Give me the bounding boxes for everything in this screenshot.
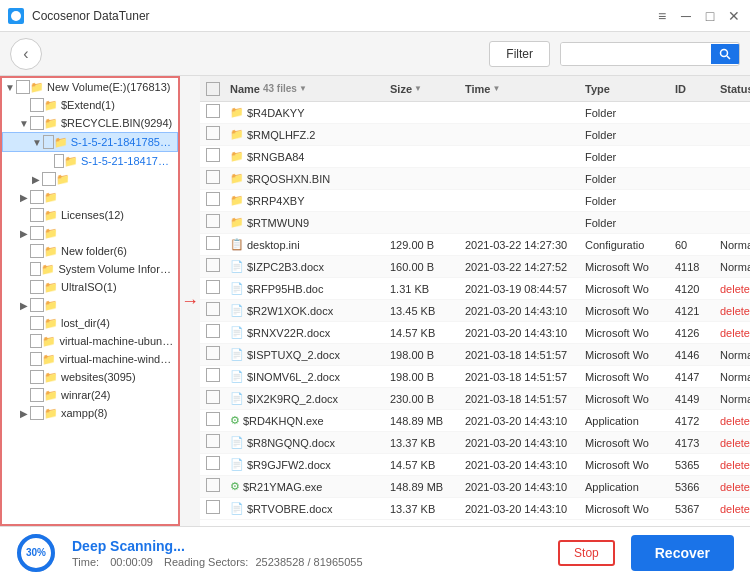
tree-item[interactable]: ▶ 📁: [2, 188, 178, 206]
tree-toggle-icon[interactable]: ▶: [18, 192, 30, 203]
row-checkbox[interactable]: [206, 368, 220, 382]
tree-item[interactable]: ▶ 📁 xampp(8): [2, 404, 178, 422]
tree-item[interactable]: ▼ 📁 $RECYCLE.BIN(9294): [2, 114, 178, 132]
tree-checkbox[interactable]: [30, 370, 44, 384]
file-row[interactable]: 📄 $IX2K9RQ_2.docx 230.00 B 2021-03-18 14…: [200, 388, 750, 410]
header-id[interactable]: ID: [675, 83, 720, 95]
tree-checkbox[interactable]: [30, 262, 41, 276]
tree-checkbox[interactable]: [30, 352, 42, 366]
tree-checkbox[interactable]: [16, 80, 30, 94]
tree-item[interactable]: 📁 virtual-machine-windows(8): [2, 350, 178, 368]
header-name[interactable]: Name 43 files ▼: [230, 83, 390, 95]
file-row[interactable]: 📋 desktop.ini 129.00 B 2021-03-22 14:27:…: [200, 234, 750, 256]
header-type[interactable]: Type: [585, 83, 675, 95]
file-row[interactable]: 📁 $RNGBA84 Folder: [200, 146, 750, 168]
row-checkbox[interactable]: [206, 412, 220, 426]
tree-item[interactable]: ▼ 📁 New Volume(E:)(176813): [2, 78, 178, 96]
file-row[interactable]: ⚙ $RD4KHQN.exe 148.89 MB 2021-03-20 14:4…: [200, 410, 750, 432]
tree-item[interactable]: 📁 UltraISO(1): [2, 278, 178, 296]
tree-toggle-icon[interactable]: ▶: [30, 174, 42, 185]
file-row[interactable]: 📄 $R9GJFW2.docx 14.57 KB 2021-03-20 14:4…: [200, 454, 750, 476]
file-row[interactable]: 📄 $RNXV22R.docx 14.57 KB 2021-03-20 14:4…: [200, 322, 750, 344]
row-checkbox[interactable]: [206, 236, 220, 250]
header-status[interactable]: Status: [720, 83, 750, 95]
tree-checkbox[interactable]: [30, 98, 44, 112]
tree-checkbox[interactable]: [30, 244, 44, 258]
row-checkbox[interactable]: [206, 500, 220, 514]
tree-checkbox[interactable]: [30, 116, 44, 130]
header-checkbox[interactable]: [206, 82, 220, 96]
row-checkbox[interactable]: [206, 258, 220, 272]
file-row[interactable]: 📄 $IZPC2B3.docx 160.00 B 2021-03-22 14:2…: [200, 256, 750, 278]
file-row[interactable]: 📁 $RTMWUN9 Folder: [200, 212, 750, 234]
header-size[interactable]: Size ▼: [390, 83, 465, 95]
file-row[interactable]: 📄 $R2W1XOK.docx 13.45 KB 2021-03-20 14:4…: [200, 300, 750, 322]
tree-item[interactable]: ▼ 📁 S-1-5-21-1841785323-67275: [2, 132, 178, 152]
tree-checkbox[interactable]: [43, 135, 54, 149]
tree-checkbox[interactable]: [30, 316, 44, 330]
file-row[interactable]: 📁 $RMQLHFZ.2 Folder: [200, 124, 750, 146]
tree-item[interactable]: 📁 websites(3095): [2, 368, 178, 386]
file-row[interactable]: 📄 $ISPTUXQ_2.docx 198.00 B 2021-03-18 14…: [200, 344, 750, 366]
tree-item[interactable]: 📁 winrar(24): [2, 386, 178, 404]
file-row[interactable]: 📄 $INOMV6L_2.docx 198.00 B 2021-03-18 14…: [200, 366, 750, 388]
back-button[interactable]: ‹: [10, 38, 42, 70]
row-checkbox[interactable]: [206, 126, 220, 140]
row-checkbox[interactable]: [206, 302, 220, 316]
stop-button[interactable]: Stop: [558, 540, 615, 566]
tree-item[interactable]: ▶ 📁: [2, 224, 178, 242]
tree-toggle-icon[interactable]: ▶: [18, 228, 30, 239]
menu-icon[interactable]: ≡: [654, 8, 670, 24]
row-checkbox[interactable]: [206, 280, 220, 294]
recover-button[interactable]: Recover: [631, 535, 734, 571]
tree-checkbox[interactable]: [30, 190, 44, 204]
file-row[interactable]: 📁 $R4DAKYY Folder: [200, 102, 750, 124]
file-row[interactable]: ⚙ $R21YMAG.exe 148.89 MB 2021-03-20 14:4…: [200, 476, 750, 498]
tree-item[interactable]: ▶ 📁: [2, 296, 178, 314]
search-button[interactable]: [711, 44, 739, 64]
tree-checkbox[interactable]: [30, 388, 44, 402]
minimize-button[interactable]: ─: [678, 8, 694, 24]
row-checkbox[interactable]: [206, 324, 220, 338]
tree-checkbox[interactable]: [30, 298, 44, 312]
file-row[interactable]: 📄 $RTVOBRE.docx 13.37 KB 2021-03-20 14:4…: [200, 498, 750, 520]
tree-item[interactable]: 📁 lost_dir(4): [2, 314, 178, 332]
tree-item[interactable]: ▶ 📁: [2, 170, 178, 188]
file-row[interactable]: 📁 $RRP4XBY Folder: [200, 190, 750, 212]
tree-toggle-icon[interactable]: ▼: [4, 82, 16, 93]
row-checkbox[interactable]: [206, 478, 220, 492]
tree-toggle-icon[interactable]: ▶: [18, 408, 30, 419]
tree-checkbox[interactable]: [30, 280, 44, 294]
tree-item[interactable]: 📁 New folder(6): [2, 242, 178, 260]
header-time[interactable]: Time ▼: [465, 83, 585, 95]
close-button[interactable]: ✕: [726, 8, 742, 24]
tree-item[interactable]: 📁 virtual-machine-ubuntu(15): [2, 332, 178, 350]
row-checkbox[interactable]: [206, 148, 220, 162]
tree-item[interactable]: 📁 S-1-5-21-1841785323-67275: [2, 152, 178, 170]
tree-checkbox[interactable]: [54, 154, 64, 168]
row-checkbox[interactable]: [206, 434, 220, 448]
row-checkbox[interactable]: [206, 104, 220, 118]
row-checkbox[interactable]: [206, 192, 220, 206]
row-checkbox[interactable]: [206, 214, 220, 228]
tree-checkbox[interactable]: [30, 226, 44, 240]
row-checkbox[interactable]: [206, 456, 220, 470]
tree-checkbox[interactable]: [30, 208, 44, 222]
tree-toggle-icon[interactable]: ▼: [31, 137, 43, 148]
header-check[interactable]: [206, 82, 230, 96]
file-row[interactable]: 📁 $RQOSHXN.BIN Folder: [200, 168, 750, 190]
tree-toggle-icon[interactable]: ▼: [18, 118, 30, 129]
file-row[interactable]: 📄 $R8NGQNQ.docx 13.37 KB 2021-03-20 14:4…: [200, 432, 750, 454]
row-checkbox[interactable]: [206, 346, 220, 360]
tree-item[interactable]: 📁 Licenses(12): [2, 206, 178, 224]
tree-checkbox[interactable]: [30, 334, 42, 348]
tree-toggle-icon[interactable]: ▶: [18, 300, 30, 311]
tree-item[interactable]: 📁 System Volume Information(3): [2, 260, 178, 278]
maximize-button[interactable]: □: [702, 8, 718, 24]
file-row[interactable]: 📄 $RFP95HB.doc 1.31 KB 2021-03-19 08:44:…: [200, 278, 750, 300]
tree-checkbox[interactable]: [42, 172, 56, 186]
filter-button[interactable]: Filter: [489, 41, 550, 67]
search-input[interactable]: [561, 43, 711, 65]
row-checkbox[interactable]: [206, 170, 220, 184]
tree-item[interactable]: 📁 $Extend(1): [2, 96, 178, 114]
